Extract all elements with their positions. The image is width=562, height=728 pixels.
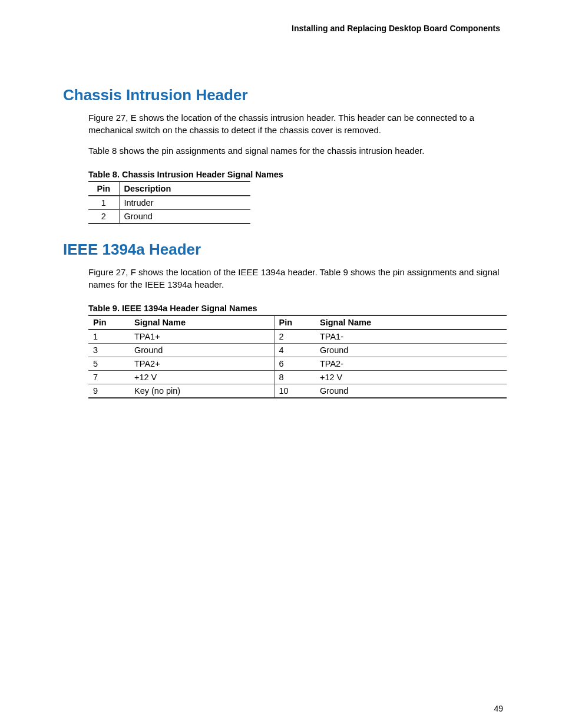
table-row: 2 Ground — [88, 210, 250, 224]
table-cell: +12 V — [315, 371, 507, 384]
table-row: 1 TPA1+ 2 TPA1- — [88, 330, 507, 344]
table-header-cell: Signal Name — [130, 315, 274, 330]
table-cell: 9 — [88, 384, 130, 398]
table-cell: TPA2- — [315, 357, 507, 371]
table-cell: 5 — [88, 357, 130, 371]
section-heading-ieee-1394a: IEEE 1394a Header — [63, 241, 506, 259]
table-ieee-1394a: Pin Signal Name Pin Signal Name 1 TPA1+ … — [88, 315, 507, 398]
table-cell: Ground — [315, 344, 507, 357]
table-cell: 6 — [274, 357, 315, 371]
table-cell: TPA1+ — [130, 330, 274, 344]
table-cell: TPA1- — [315, 330, 507, 344]
table-cell: 4 — [274, 344, 315, 357]
body-paragraph: Figure 27, E shows the location of the c… — [88, 111, 506, 136]
table-row: 1 Intruder — [88, 196, 250, 210]
table-cell: Ground — [130, 344, 274, 357]
page-header: Installing and Replacing Desktop Board C… — [65, 24, 506, 33]
table-cell: 8 — [274, 371, 315, 384]
table-cell: Key (no pin) — [130, 384, 274, 398]
table-cell: TPA2+ — [130, 357, 274, 371]
section-heading-chassis-intrusion: Chassis Intrusion Header — [63, 86, 506, 104]
body-paragraph: Table 8 shows the pin assignments and si… — [88, 144, 506, 157]
table-row: 7 +12 V 8 +12 V — [88, 371, 507, 384]
table-header-cell: Pin — [88, 182, 119, 196]
table-cell: 2 — [88, 210, 119, 224]
table-caption: Table 8. Chassis Intrusion Header Signal… — [88, 170, 506, 179]
table-cell: 3 — [88, 344, 130, 357]
table-caption: Table 9. IEEE 1394a Header Signal Names — [88, 304, 506, 313]
table-cell: +12 V — [130, 371, 274, 384]
page-number: 49 — [494, 704, 503, 713]
table-row: 3 Ground 4 Ground — [88, 344, 507, 357]
table-cell: 1 — [88, 196, 119, 210]
table-cell: 10 — [274, 384, 315, 398]
body-paragraph: Figure 27, F shows the location of the I… — [88, 266, 506, 291]
table-cell: 1 — [88, 330, 130, 344]
table-row: 5 TPA2+ 6 TPA2- — [88, 357, 507, 371]
table-cell: Ground — [315, 384, 507, 398]
table-cell: 2 — [274, 330, 315, 344]
table-header-cell: Pin — [274, 315, 315, 330]
table-cell: 7 — [88, 371, 130, 384]
table-chassis-intrusion: Pin Description 1 Intruder 2 Ground — [88, 181, 250, 224]
table-cell: Intruder — [119, 196, 250, 210]
table-cell: Ground — [119, 210, 250, 224]
table-header-cell: Signal Name — [315, 315, 507, 330]
table-row: 9 Key (no pin) 10 Ground — [88, 384, 507, 398]
table-header-cell: Pin — [88, 315, 130, 330]
table-header-cell: Description — [119, 182, 250, 196]
